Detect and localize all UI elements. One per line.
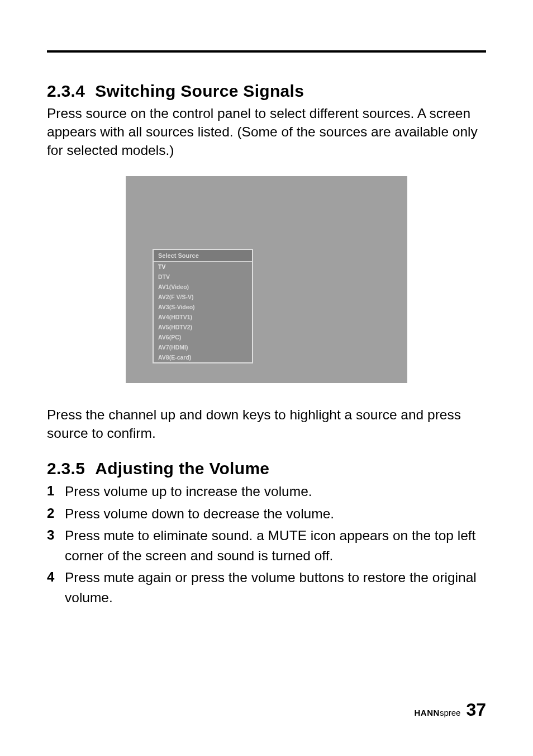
section-number: 2.3.4 <box>47 82 85 100</box>
step-number: 3 <box>47 526 65 545</box>
section-number: 2.3.5 <box>47 459 85 478</box>
brand-logo: HANNspree <box>415 708 461 718</box>
list-item: 2 Press volume down to decrease the volu… <box>47 504 486 524</box>
osd-menu-item: AV2(F V/S-V) <box>154 292 252 302</box>
brand-light: spree <box>440 708 461 717</box>
osd-screenshot-wrap: Select Source TV DTV AV1(Video) AV2(F V/… <box>47 176 486 383</box>
osd-menu-item: DTV <box>154 272 252 282</box>
brand-bold: HANN <box>415 708 440 717</box>
step-text: Press volume up to increase the volume. <box>65 481 486 502</box>
section-after-paragraph: Press the channel up and down keys to hi… <box>47 405 486 442</box>
osd-menu-item: AV8(E-card) <box>154 352 252 362</box>
osd-menu-item: AV6(PC) <box>154 332 252 342</box>
osd-menu-item: AV7(HDMI) <box>154 342 252 352</box>
osd-menu-item: AV3(S-Video) <box>154 302 252 312</box>
section-heading-volume: 2.3.5Adjusting the Volume <box>47 459 486 478</box>
volume-steps-list: 1 Press volume up to increase the volume… <box>47 481 486 607</box>
osd-menu-item: AV1(Video) <box>154 282 252 292</box>
section-title: Adjusting the Volume <box>95 459 269 478</box>
section-title: Switching Source Signals <box>95 82 304 100</box>
page-number: 37 <box>466 700 486 720</box>
list-item: 1 Press volume up to increase the volume… <box>47 481 486 502</box>
step-number: 2 <box>47 504 65 523</box>
step-text: Press volume down to decrease the volume… <box>65 504 486 524</box>
step-text: Press mute to eliminate sound. a MUTE ic… <box>65 526 486 565</box>
osd-menu-title: Select Source <box>154 250 252 262</box>
page-footer: HANNspree 37 <box>415 700 486 720</box>
osd-select-source-menu: Select Source TV DTV AV1(Video) AV2(F V/… <box>153 249 253 363</box>
osd-menu-item: AV5(HDTV2) <box>154 322 252 332</box>
step-number: 4 <box>47 568 65 587</box>
step-number: 1 <box>47 481 65 501</box>
list-item: 4 Press mute again or press the volume b… <box>47 568 486 607</box>
list-item: 3 Press mute to eliminate sound. a MUTE … <box>47 526 486 565</box>
step-text: Press mute again or press the volume but… <box>65 568 486 607</box>
section-paragraph: Press source on the control panel to sel… <box>47 104 486 159</box>
osd-menu-item: TV <box>154 262 252 272</box>
osd-menu-item: AV4(HDTV1) <box>154 312 252 322</box>
section-heading-switching: 2.3.4Switching Source Signals <box>47 82 486 101</box>
top-rule <box>47 50 486 53</box>
document-page: 2.3.4Switching Source Signals Press sour… <box>0 0 533 756</box>
osd-tv-screen: Select Source TV DTV AV1(Video) AV2(F V/… <box>126 176 407 383</box>
